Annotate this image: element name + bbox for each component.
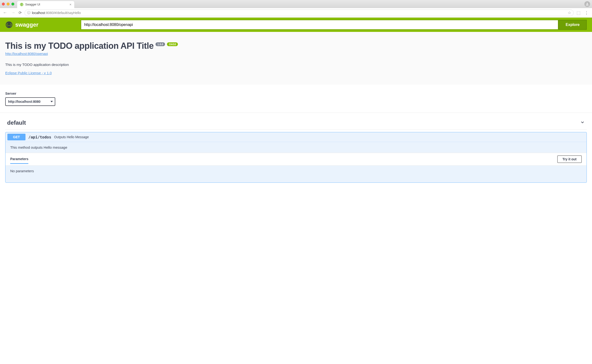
svg-point-0 <box>586 3 588 4</box>
http-method-badge: GET <box>7 134 26 140</box>
version-badge: 1.0.0 <box>155 42 165 46</box>
api-title: This is my TODO application API Title <box>5 41 153 51</box>
server-label: Server <box>5 91 587 95</box>
parameters-header: Parameters Try it out <box>6 153 586 166</box>
explore-button[interactable]: Explore <box>559 20 587 30</box>
try-it-out-button[interactable]: Try it out <box>557 155 582 163</box>
swagger-logo-icon: {…} <box>5 21 13 29</box>
maximize-window-button[interactable] <box>11 3 14 6</box>
api-description: This is my TODO application description <box>5 63 587 67</box>
close-tab-icon[interactable]: × <box>70 3 72 6</box>
operations-section: default GET /api/todos Outputs Hello Mes… <box>0 113 592 187</box>
operation-path: /api/todos <box>28 135 51 139</box>
spec-url-input[interactable] <box>81 20 559 30</box>
operation-block-get: GET /api/todos Outputs Hello Message Thi… <box>5 132 587 183</box>
address-bar[interactable]: ⓘ localhost:8080/#/default/sayHello ☆ <box>25 10 574 16</box>
browser-titlebar: { } Swagger UI × <box>0 0 592 8</box>
license-link[interactable]: Eclipse Public License - v 1.0 <box>5 71 52 75</box>
operation-summary-text: Outputs Hello Message <box>54 135 89 139</box>
browser-toolbar: ← → ⟳ ⓘ localhost:8080/#/default/sayHell… <box>0 8 592 18</box>
server-section: Server http://localhost:8080 <box>0 85 592 113</box>
minimize-window-button[interactable] <box>7 3 10 6</box>
spec-url-link[interactable]: http://localhost:8080/openapi <box>5 52 48 56</box>
extension-icon[interactable]: ⬚ <box>577 10 581 15</box>
site-info-icon[interactable]: ⓘ <box>27 11 31 15</box>
parameters-tab[interactable]: Parameters <box>10 157 28 164</box>
chevron-down-icon <box>580 120 585 126</box>
tag-header-default[interactable]: default <box>5 117 587 130</box>
oas-badge: OAS3 <box>167 42 178 46</box>
server-select[interactable]: http://localhost:8080 <box>5 97 55 106</box>
browser-menu-icon[interactable]: ⋮ <box>583 10 590 15</box>
operation-description: This method outputs Hello message <box>6 142 586 153</box>
reload-icon[interactable]: ⟳ <box>19 10 22 15</box>
api-info-section: This is my TODO application API Title 1.… <box>0 32 592 85</box>
swagger-logo-text: swagger <box>15 21 38 28</box>
tag-name: default <box>7 119 26 126</box>
back-button[interactable]: ← <box>2 10 8 15</box>
window-controls <box>2 3 14 6</box>
bookmark-star-icon[interactable]: ☆ <box>568 10 571 15</box>
url-text: localhost:8080/#/default/sayHello <box>32 11 81 15</box>
close-window-button[interactable] <box>2 3 5 6</box>
forward-button[interactable]: → <box>10 10 16 15</box>
swagger-topbar: {…} swagger Explore <box>0 18 592 32</box>
operation-summary[interactable]: GET /api/todos Outputs Hello Message <box>6 132 586 142</box>
no-parameters-text: No parameters <box>6 166 586 182</box>
profile-icon[interactable] <box>584 1 590 7</box>
swagger-logo: {…} swagger <box>5 21 38 29</box>
swagger-favicon-icon: { } <box>20 3 23 6</box>
browser-tab[interactable]: { } Swagger UI × <box>17 1 74 8</box>
tab-title: Swagger UI <box>25 3 68 6</box>
